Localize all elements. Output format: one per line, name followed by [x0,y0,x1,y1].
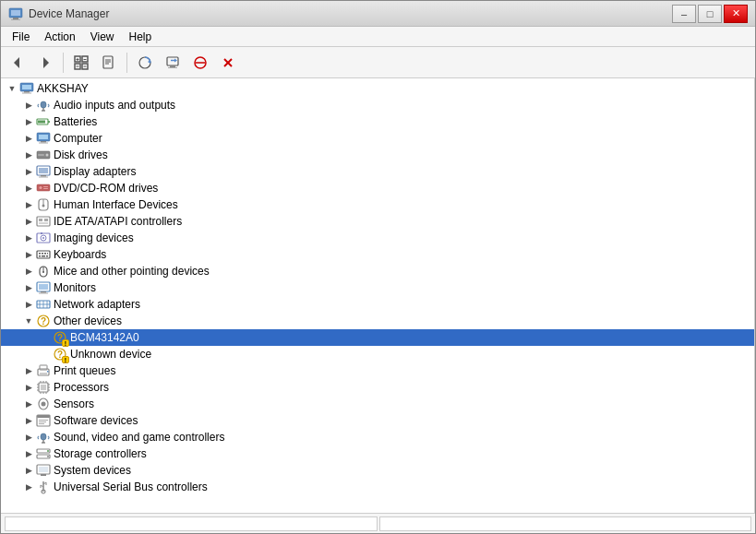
expand-hid[interactable] [21,197,36,212]
tree-item-bcm[interactable]: ? ! BCM43142A0 [1,329,754,346]
close-button[interactable]: ✕ [724,5,748,23]
tree-item-software[interactable]: Software devices [1,412,754,429]
svg-rect-32 [24,91,30,93]
expand-audio[interactable] [21,98,36,113]
hid-label: Human Interface Devices [54,198,178,211]
tree-item-batteries[interactable]: Batteries [1,113,754,130]
properties-icon [102,55,116,70]
menu-file[interactable]: File [5,29,37,45]
menu-help[interactable]: Help [122,29,160,45]
device-tree[interactable]: AKKSHAY Audio inputs and outputs [1,78,755,513]
maximize-button[interactable]: □ [698,5,722,23]
expand-other[interactable] [21,314,36,328]
disable-button[interactable] [187,51,213,75]
device-manager-window: Device Manager – □ ✕ File Action View He… [0,0,756,534]
software-icon [36,413,51,428]
tree-item-disk[interactable]: Disk drives [1,147,754,163]
svg-rect-21 [167,57,178,65]
tree-item-processors[interactable]: Processors [1,379,754,396]
sound-icon [36,430,51,445]
tree-item-dvd[interactable]: DVD/CD-ROM drives [1,180,754,196]
properties-button[interactable] [96,51,122,75]
svg-rect-125 [41,474,46,476]
expand-batteries[interactable] [21,114,36,129]
scan-changes-button[interactable] [132,51,158,75]
expand-print[interactable] [21,363,36,378]
menu-bar: File Action View Help [1,27,755,47]
expand-mice[interactable] [21,264,36,279]
expand-computer[interactable] [21,131,36,146]
tree-item-other[interactable]: ? Other devices [1,313,754,329]
minimize-button[interactable]: – [672,5,696,23]
expand-display[interactable] [21,164,36,179]
tree-item-hid[interactable]: Human Interface Devices [1,196,754,213]
expand-all-button[interactable] [68,51,94,75]
svg-rect-23 [168,67,177,68]
svg-rect-59 [39,219,42,221]
expand-ide[interactable] [21,214,36,229]
tree-item-sound[interactable]: Sound, video and game controllers [1,429,754,445]
expand-network[interactable] [21,297,36,312]
app-icon [8,6,23,21]
expand-root[interactable] [5,81,19,96]
tree-item-root[interactable]: AKKSHAY [1,80,754,97]
computer-icon [19,81,34,96]
toolbar-separator-1 [63,53,64,73]
svg-rect-42 [41,141,46,143]
expand-monitors[interactable] [21,280,36,295]
tree-item-sensors[interactable]: Sensors [1,396,754,412]
tree-item-usb[interactable]: Universal Serial Bus controllers [1,479,754,495]
tree-item-storage[interactable]: Storage controllers [1,445,754,462]
tree-item-imaging[interactable]: Imaging devices [1,230,754,246]
keyboards-label: Keyboards [54,248,106,261]
uninstall-button[interactable] [215,51,241,75]
expand-sensors[interactable] [21,397,36,411]
expand-keyboards[interactable] [21,247,36,262]
forward-button[interactable] [32,51,58,75]
expand-sound[interactable] [21,430,36,445]
tree-item-network[interactable]: Network adapters [1,296,754,313]
tree-item-print[interactable]: Print queues [1,362,754,379]
bcm-label: BCM43142A0 [70,331,139,344]
tree-item-mice[interactable]: Mice and other pointing devices [1,263,754,279]
tree-item-ide[interactable]: IDE ATA/ATAPI controllers [1,213,754,230]
tree-item-audio[interactable]: Audio inputs and outputs [1,97,754,113]
expand-processors[interactable] [21,380,36,395]
expand-software[interactable] [21,413,36,428]
toolbar-separator-2 [126,53,127,73]
update-icon [165,55,180,70]
svg-rect-113 [39,420,48,421]
svg-rect-51 [37,184,50,191]
svg-rect-116 [41,433,46,440]
tree-item-display[interactable]: Display adapters [1,163,754,180]
storage-label: Storage controllers [54,447,147,460]
back-button[interactable] [5,51,30,75]
expand-unknown [38,347,53,362]
sound-label: Sound, video and game controllers [54,431,224,444]
expand-imaging[interactable] [21,231,36,245]
processor-icon [36,380,51,395]
svg-rect-53 [43,186,48,187]
hid-icon [36,197,51,212]
svg-rect-78 [39,284,48,290]
svg-point-76 [42,271,44,273]
menu-view[interactable]: View [83,29,122,45]
tree-item-computer[interactable]: Computer [1,130,754,147]
menu-action[interactable]: Action [37,29,82,45]
tree-item-keyboards[interactable]: Keyboards [1,246,754,263]
svg-rect-112 [37,415,50,418]
expand-system[interactable] [21,463,36,478]
tree-item-monitors[interactable]: Monitors [1,279,754,296]
expand-disk[interactable] [21,148,36,162]
tree-item-system[interactable]: System devices [1,462,754,479]
usb-icon [36,480,51,494]
expand-dvd[interactable] [21,181,36,196]
expand-usb[interactable] [21,480,36,494]
svg-rect-31 [22,85,31,89]
svg-rect-65 [41,232,42,234]
expand-storage[interactable] [21,446,36,461]
update-driver-button[interactable] [160,51,186,75]
computer-label: Computer [54,132,102,145]
status-bar [1,513,755,533]
tree-item-unknown[interactable]: ? ! Unknown device [1,346,754,362]
